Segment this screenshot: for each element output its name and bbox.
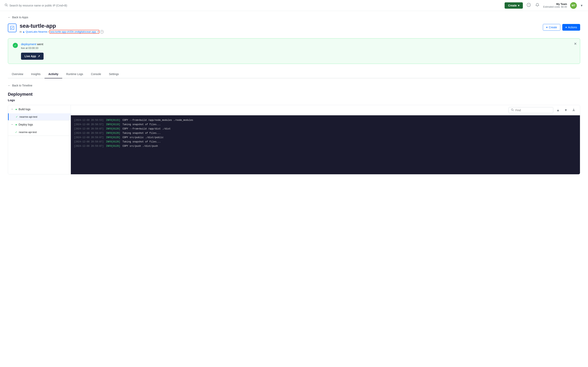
svg-line-6: [513, 110, 514, 111]
header-actions: ▾ Create ▾ Actions: [543, 24, 580, 31]
create-label: Create: [508, 4, 517, 7]
log-line: [2024-12-08 20:58:57]INFO[0119]Taking sn…: [74, 123, 577, 126]
build-logs-group: − ● Build logs ✓ nearme-api-test: [8, 105, 71, 120]
log-message: COPY src/public ./dist/public: [122, 136, 163, 139]
scroll-down-button[interactable]: ▼: [563, 108, 569, 113]
svg-line-1: [7, 6, 8, 7]
tab-overview[interactable]: Overview: [8, 70, 27, 78]
tab-console[interactable]: Console: [87, 70, 105, 78]
create-label: Create: [549, 26, 557, 29]
logs-panel: − ● Build logs ✓ nearme-api-test − ● Dep…: [8, 105, 580, 175]
tabs: OverviewInsightsActivityRuntime LogsCons…: [8, 70, 580, 78]
log-time: [2024-12-08 20:59:07]: [74, 132, 104, 135]
check-icon: ✓: [15, 131, 17, 133]
find-input-wrapper[interactable]: [508, 107, 553, 113]
build-logs-header[interactable]: − ● Build logs: [8, 105, 71, 113]
build-logs-label: Build logs: [19, 108, 31, 111]
collapse-icon: −: [11, 108, 13, 111]
log-time: [2024-12-08 20:59:07]: [74, 136, 104, 139]
avatar-initials: MT: [572, 4, 575, 7]
deploy-log-item[interactable]: ✓ nearme-api-test: [8, 129, 71, 136]
help-button[interactable]: ?: [526, 2, 532, 9]
deploy-logs-header[interactable]: − ● Deploy logs: [8, 120, 71, 129]
check-icon: ✓: [16, 115, 18, 118]
external-link-icon: ↗: [38, 55, 40, 58]
log-level: INFO[0129]: [106, 127, 120, 131]
in-label: in: [20, 30, 22, 33]
back-to-timeline-link[interactable]: ← Back to Timeline: [8, 84, 580, 87]
chevron-down-icon: ▾: [518, 4, 519, 7]
deploy-logs-label: Deploy logs: [19, 123, 33, 126]
notifications-button[interactable]: [535, 2, 540, 9]
app-sub: in ▲ QuanLabs Nearme / sea-turtle-app-ch…: [20, 30, 104, 33]
tab-insights[interactable]: Insights: [27, 70, 44, 78]
arrow-left-icon: ←: [8, 84, 11, 87]
tab-activity[interactable]: Activity: [45, 70, 62, 78]
back-to-apps-link[interactable]: ← Back to Apps: [8, 16, 580, 19]
find-input[interactable]: [516, 109, 551, 112]
back-timeline-label: Back to Timeline: [12, 84, 32, 87]
banner-content: deployment went live at 03:00:33 Live Ap…: [21, 42, 575, 60]
chevron-down-icon: ▾: [546, 26, 548, 29]
log-toolbar: ▲ ▼: [71, 105, 580, 115]
log-time: [2024-12-08 20:58:57]: [74, 123, 104, 126]
scroll-up-button[interactable]: ▲: [555, 108, 561, 113]
app-name: sea-turtle-app: [20, 23, 104, 29]
log-line: [2024-12-08 20:59:07]INFO[0129]Taking sn…: [74, 140, 577, 144]
estimated-costs: Estimated costs: $0.00: [543, 6, 567, 8]
logs-sidebar: − ● Build logs ✓ nearme-api-test − ● Dep…: [8, 105, 71, 174]
top-nav: Search by resource name or public IP (Cm…: [0, 0, 588, 11]
deployment-title: Deployment: [8, 92, 580, 97]
log-content: ▲ ▼ [2024-12-08 20:58:53]INFO[0115]COPY …: [71, 105, 580, 174]
banner-went-text: went: [37, 42, 43, 46]
team-link[interactable]: QuanLabs Nearme: [26, 30, 47, 33]
build-log-item[interactable]: ✓ nearme-api-test: [8, 113, 71, 120]
download-button[interactable]: [571, 108, 577, 113]
tab-settings[interactable]: Settings: [105, 70, 123, 78]
log-message: Taking snapshot of files...: [122, 140, 161, 144]
arrow-left-icon: ←: [8, 16, 11, 19]
log-level: INFO[0119]: [106, 123, 120, 126]
search-icon: [5, 4, 8, 7]
log-message: Taking snapshot of files...: [122, 132, 161, 135]
log-message: Taking snapshot of files...: [122, 123, 161, 126]
app-title-section: sea-turtle-app in ▲ QuanLabs Nearme / se…: [8, 23, 104, 33]
external-link-icon: ↗: [97, 31, 98, 33]
svg-text:?: ?: [528, 4, 529, 6]
header-create-button[interactable]: ▾ Create: [543, 24, 560, 31]
log-time: [2024-12-08 20:59:07]: [74, 127, 104, 131]
success-icon: ●: [15, 108, 17, 111]
avatar[interactable]: MT: [570, 2, 577, 9]
help-badge[interactable]: ?: [100, 30, 104, 33]
separator: /: [48, 30, 49, 33]
log-level: INFO[0129]: [106, 144, 120, 148]
app-link-highlight: sea-turtle-app-ch33n.ondigitalocean.app …: [49, 30, 99, 33]
banner-time: live at 03:00:33: [21, 47, 575, 50]
create-button[interactable]: Create ▾: [505, 2, 523, 9]
log-message: COPY --from=build /app/node_modules ./no…: [122, 118, 193, 122]
nav-right: Create ▾ ? My Team Estimated costs: $0.0…: [505, 2, 583, 9]
close-banner-button[interactable]: ✕: [574, 42, 577, 46]
actions-label: Actions: [568, 26, 577, 29]
log-time: [2024-12-08 20:59:07]: [74, 144, 104, 148]
header-actions-button[interactable]: ▾ Actions: [562, 24, 580, 31]
search-bar[interactable]: Search by resource name or public IP (Cm…: [5, 4, 505, 7]
deployment-link[interactable]: deployment: [21, 42, 36, 46]
search-icon: [511, 108, 514, 112]
log-line: [2024-12-08 20:58:53]INFO[0115]COPY --fr…: [74, 118, 577, 122]
log-level: INFO[0129]: [106, 140, 120, 144]
log-line: [2024-12-08 20:59:07]INFO[0129]Taking sn…: [74, 132, 577, 135]
deploy-logs-group: − ● Deploy logs ✓ nearme-api-test: [8, 120, 71, 136]
log-line: [2024-12-08 20:59:07]INFO[0129]COPY --fr…: [74, 127, 577, 131]
team-name: My Team: [543, 3, 567, 6]
log-message: COPY src/push ./dist/push: [122, 144, 158, 148]
live-app-button[interactable]: Live App ↗: [21, 53, 44, 60]
tab-runtime-logs[interactable]: Runtime Logs: [62, 70, 87, 78]
team-dropdown-button[interactable]: ▾: [580, 3, 583, 8]
success-check-icon: ✓: [13, 43, 18, 48]
search-placeholder-text: Search by resource name or public IP (Cm…: [9, 4, 67, 7]
app-icon: [8, 24, 16, 32]
app-url-link[interactable]: sea-turtle-app-ch33n.ondigitalocean.app: [50, 30, 96, 33]
log-time: [2024-12-08 20:58:53]: [74, 118, 104, 122]
build-item-label: nearme-api-test: [19, 115, 37, 118]
